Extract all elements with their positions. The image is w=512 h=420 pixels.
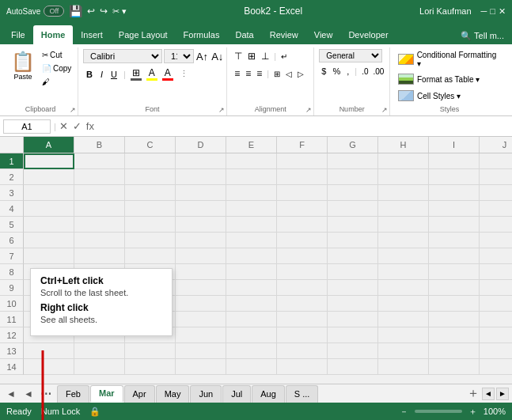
redo-icon[interactable]: ↪ (100, 6, 108, 17)
cell-F7[interactable] (277, 248, 328, 264)
cell-I5[interactable] (429, 217, 480, 233)
decrease-font-icon[interactable]: A↓ (210, 50, 224, 63)
cell-A7[interactable] (24, 248, 74, 264)
add-sheet-button[interactable]: ＋ (465, 385, 482, 403)
cell-D13[interactable] (176, 343, 226, 359)
cell-D5[interactable] (176, 217, 226, 233)
cell-B14[interactable] (74, 359, 125, 375)
cell-E5[interactable] (226, 217, 277, 233)
tab-insert[interactable]: Insert (73, 25, 111, 44)
cell-H6[interactable] (378, 233, 429, 248)
align-left-button[interactable]: ≡ (232, 66, 242, 81)
clipboard-expand[interactable]: ↗ (70, 106, 76, 114)
cell-G7[interactable] (328, 248, 378, 264)
sheet-tab-jul[interactable]: Jul (222, 385, 251, 403)
cell-H10[interactable] (378, 296, 429, 312)
tab-view[interactable]: View (306, 25, 341, 44)
cell-E6[interactable] (226, 233, 277, 248)
row-header-5[interactable]: 5 (0, 217, 24, 233)
cell-D1[interactable] (176, 153, 226, 169)
cell-H4[interactable] (378, 201, 429, 217)
cell-E12[interactable] (226, 327, 277, 343)
tab-data[interactable]: Data (227, 25, 261, 44)
col-header-G[interactable]: G (328, 137, 378, 153)
formula-confirm-icon[interactable]: ✓ (73, 120, 82, 132)
cell-F4[interactable] (277, 201, 328, 217)
cell-C5[interactable] (125, 217, 176, 233)
cell-B6[interactable] (74, 233, 125, 248)
cell-A5[interactable] (24, 217, 74, 233)
cell-D11[interactable] (176, 312, 226, 327)
cell-I6[interactable] (429, 233, 480, 248)
cell-E11[interactable] (226, 312, 277, 327)
cell-H5[interactable] (378, 217, 429, 233)
decrease-decimal-button[interactable]: .00 (371, 66, 385, 77)
cell-D2[interactable] (176, 169, 226, 185)
font-more-icon[interactable]: ⋮ (180, 69, 188, 79)
cell-B4[interactable] (74, 201, 125, 217)
cell-I1[interactable] (429, 153, 480, 169)
cell-A2[interactable] (24, 169, 74, 185)
cell-E7[interactable] (226, 248, 277, 264)
cell-D14[interactable] (176, 359, 226, 375)
indent-inc-button[interactable]: ▷ (295, 68, 306, 80)
sheet-nav-ellipsis[interactable]: ⋯ (38, 386, 54, 402)
cell-H9[interactable] (378, 280, 429, 296)
cell-H13[interactable] (378, 343, 429, 359)
cell-I12[interactable] (429, 327, 480, 343)
col-header-F[interactable]: F (277, 137, 328, 153)
col-header-J[interactable]: J (480, 137, 512, 153)
comma-button[interactable]: , (344, 66, 351, 77)
format-as-table-button[interactable]: Format as Table ▾ (395, 72, 483, 86)
increase-decimal-button[interactable]: .0 (360, 66, 370, 77)
row-header-3[interactable]: 3 (0, 185, 24, 201)
sheet-nav-prev[interactable]: ◄ (21, 386, 36, 402)
cell-D4[interactable] (176, 201, 226, 217)
italic-button[interactable]: I (97, 68, 106, 81)
col-header-B[interactable]: B (74, 137, 125, 153)
cell-E14[interactable] (226, 359, 277, 375)
cell-C2[interactable] (125, 169, 176, 185)
cell-H14[interactable] (378, 359, 429, 375)
row-header-1[interactable]: 1 (0, 153, 24, 169)
cell-E1[interactable] (226, 153, 277, 169)
cell-J5[interactable] (480, 217, 512, 233)
cell-D3[interactable] (176, 185, 226, 201)
align-middle-button[interactable]: ⊞ (245, 49, 258, 63)
sheet-tab-s[interactable]: S ... (286, 385, 319, 403)
cell-E10[interactable] (226, 296, 277, 312)
cell-I13[interactable] (429, 343, 480, 359)
cell-C14[interactable] (125, 359, 176, 375)
cell-J4[interactable] (480, 201, 512, 217)
cell-G14[interactable] (328, 359, 378, 375)
cell-C4[interactable] (125, 201, 176, 217)
cell-F13[interactable] (277, 343, 328, 359)
align-center-button[interactable]: ≡ (243, 66, 253, 81)
cell-F3[interactable] (277, 185, 328, 201)
formula-input[interactable] (97, 120, 509, 133)
customize-icon[interactable]: ✂ ▾ (112, 6, 127, 17)
font-expand[interactable]: ↗ (218, 106, 225, 114)
bold-button[interactable]: B (83, 68, 96, 81)
cell-H11[interactable] (378, 312, 429, 327)
cell-A1[interactable] (24, 153, 74, 169)
col-header-A[interactable]: A (24, 137, 74, 153)
row-header-9[interactable]: 9 (0, 280, 24, 296)
cell-I4[interactable] (429, 201, 480, 217)
cell-F1[interactable] (277, 153, 328, 169)
restore-btn[interactable]: □ (490, 6, 495, 16)
close-btn[interactable]: ✕ (499, 6, 506, 17)
cell-J3[interactable] (480, 185, 512, 201)
row-header-12[interactable]: 12 (0, 327, 24, 343)
align-right-button[interactable]: ≡ (254, 66, 264, 81)
cell-F2[interactable] (277, 169, 328, 185)
row-header-11[interactable]: 11 (0, 312, 24, 327)
cell-G3[interactable] (328, 185, 378, 201)
formula-cancel-icon[interactable]: ✕ (59, 120, 68, 132)
row-header-7[interactable]: 7 (0, 248, 24, 264)
cell-I2[interactable] (429, 169, 480, 185)
cell-G5[interactable] (328, 217, 378, 233)
cell-D12[interactable] (176, 327, 226, 343)
cell-H2[interactable] (378, 169, 429, 185)
percent-button[interactable]: % (330, 66, 343, 77)
